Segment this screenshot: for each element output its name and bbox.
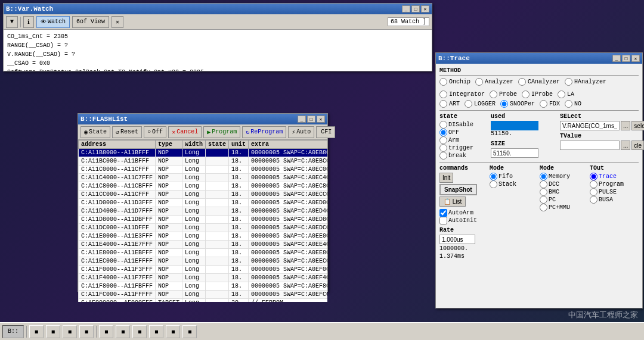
init-button[interactable]: Init [439,173,453,183]
taskbar-start[interactable]: B:: [2,325,24,338]
close-x-button[interactable]: ✕ [112,16,123,28]
disable-radio[interactable] [439,121,447,129]
flash-cell-4: 18. [229,232,249,241]
table-row[interactable]: C:A11E0000--A11E3FFFNOPLong18.00000005 S… [79,232,328,241]
rate-input[interactable] [439,235,475,244]
analyzer-radio[interactable] [475,78,483,86]
program-tout-radio[interactable] [590,180,597,188]
autoarm-checkbox[interactable] [439,209,447,217]
table-row[interactable]: C:A11DC000--A11DFFFNOPLong18.00000005 SW… [79,224,328,232]
flash-maximize[interactable]: □ [307,116,315,123]
pcmmu-radio[interactable] [540,204,547,211]
fifo-radio[interactable] [490,173,497,180]
la-radio[interactable] [558,91,565,98]
table-row[interactable]: C:A11BC000--A11BFFFNOPLong18.00000005 SW… [79,157,328,166]
flash-close[interactable]: ✕ [317,116,325,123]
select-input[interactable] [560,121,620,130]
busa-tout-radio[interactable] [590,196,597,204]
la-radio-group: LA [558,91,574,98]
table-row[interactable]: C:A11D4000--A11D7FFFNOPLong18.00000005 S… [79,207,328,216]
size-input[interactable] [491,148,538,158]
taskbar-icon10[interactable]: ◼ [182,325,197,338]
close-button[interactable]: ✕ [421,5,429,13]
flash-btn-program[interactable]: ▶Program [203,126,240,138]
iprobe-radio[interactable] [522,91,530,98]
tvalue-dots-button[interactable]: ... [621,141,630,150]
probe-radio[interactable] [490,91,497,98]
table-row[interactable]: C:A11FC000--A11FFFFFNOPLong18.00000005 S… [79,291,328,299]
taskbar-icon4[interactable]: ◼ [79,325,94,338]
trace-tout-radio[interactable] [590,173,597,180]
flash-btn-auto[interactable]: ⚡Auto [288,126,314,138]
tvalue-input[interactable] [560,141,620,150]
flash-btn-reset[interactable]: ↺Reset [112,126,142,138]
list-button[interactable]: 📋 List [439,196,466,207]
table-row[interactable]: C:A11E8000--A11EBFFFNOPLong18.00000005 S… [79,249,328,257]
off-radio[interactable] [439,129,447,136]
table-row[interactable]: C:A11CC000--A11CFFFNOPLong18.00000005 SW… [79,191,328,199]
trace-minimize[interactable]: _ [612,55,621,62]
table-row[interactable]: C:A11E4000--A11E7FFFNOPLong18.00000005 S… [79,241,328,249]
taskbar-icon9[interactable]: ◼ [166,325,180,338]
table-row[interactable]: C:A11D0000--A11D3FFFNOPLong18.00000005 S… [79,199,328,207]
canalyzer-radio[interactable] [518,78,526,86]
watch-button[interactable]: 👁 Watch [36,16,70,28]
dcc-radio[interactable] [540,180,547,188]
flash-btn-off[interactable]: ○Off [144,126,166,138]
flash-btn-cancel[interactable]: ✕Cancel [168,126,202,138]
info-button[interactable]: ℹ [23,16,34,28]
bmc-radio[interactable] [540,188,547,196]
trace-close[interactable]: ✕ [631,55,640,62]
trace-maximize[interactable]: □ [622,55,630,62]
taskbar-icon7[interactable]: ◼ [132,325,147,338]
taskbar-icon8[interactable]: ◼ [149,325,163,338]
flash-table-container[interactable]: addresstypewidthstateunitextra C:A11B800… [78,140,327,302]
memory-radio[interactable] [540,173,547,180]
logger-radio[interactable] [465,100,472,108]
flash-btn-reprogram[interactable]: ↻ReProgram [242,126,286,138]
flash-btn-state[interactable]: ◉State [80,126,110,138]
table-row[interactable]: C:A11B8000--A11BFFFNOPLong18.00000005 SW… [79,149,328,157]
view-button[interactable]: 6of View [72,16,109,28]
table-row[interactable]: C:A11F4000--A11F7FFFNOPLong18.00000005 S… [79,274,328,282]
snooper-radio[interactable] [500,100,508,108]
dropdown-selector[interactable]: ▼ [6,16,18,28]
table-row[interactable]: C:A11EC000--A11EFFFFNOPLong18.00000005 S… [79,257,328,266]
table-row[interactable]: C:A11C0000--A11CFFFNOPLong18.00000005 SW… [79,166,328,174]
pulse-tout-radio[interactable] [590,188,597,196]
tvalue-clear-button[interactable]: cle [631,141,644,150]
select-dots-button[interactable]: ... [621,121,630,130]
snapshot-button[interactable]: SnapShot [439,184,477,195]
art-radio[interactable] [439,100,447,108]
pc-radio[interactable] [540,196,547,204]
flash-cell-5: 00000005 SWAP=C:A0EC8000 [249,182,327,191]
taskbar-icon2[interactable]: ◼ [46,325,60,338]
stack-radio[interactable] [490,180,497,188]
no-radio[interactable] [565,100,572,108]
table-row[interactable]: C:A11C4000--A11C7FFFNOPLong18.00000005 S… [79,174,328,182]
hanalyzer-radio[interactable] [565,78,572,86]
onchip-radio[interactable] [439,78,447,86]
break-radio[interactable] [439,152,447,160]
flash-toolbar: ◉State↺Reset○Off✕Cancel▶Program↻ReProgra… [78,124,327,140]
arm-radio[interactable] [439,136,447,144]
select-button[interactable]: selec [631,121,644,130]
minimize-button[interactable]: _ [402,5,410,13]
taskbar-icon5[interactable]: ◼ [99,325,113,338]
maximize-button[interactable]: □ [411,5,420,13]
taskbar-icon3[interactable]: ◼ [63,325,77,338]
integrator-radio[interactable] [439,91,447,98]
table-row[interactable]: C:AF000000--AF000FFFTARGETLong20.// EEPR… [79,299,328,302]
table-row[interactable]: C:A11F0000--A11F3FFFNOPLong18.00000005 S… [79,266,328,274]
fdx-radio[interactable] [540,100,547,108]
flash-cell-2: Long [182,266,206,274]
table-row[interactable]: C:A11C8000--A11CBFFFNOPLong18.00000005 S… [79,182,328,191]
flash-minimize[interactable]: _ [298,116,306,123]
flash-btn-cfi[interactable]: CFI [316,126,335,138]
trigger-radio[interactable] [439,144,447,152]
taskbar-icon1[interactable]: ◼ [29,325,44,338]
taskbar-icon6[interactable]: ◼ [116,325,130,338]
table-row[interactable]: C:A11D8000--A11DBFFFNOPLong18.00000005 S… [79,216,328,224]
table-row[interactable]: C:A11F8000--A11FBFFFNOPLong18.00000005 S… [79,282,328,291]
autoinit-checkbox[interactable] [439,217,447,224]
